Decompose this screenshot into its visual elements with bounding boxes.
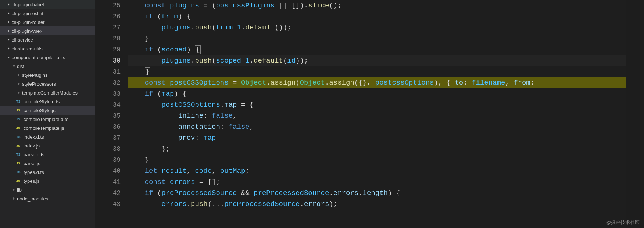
code-line[interactable]: if (preProcessedSource && preProcessedSo… (128, 188, 626, 199)
file-item[interactable]: JStypes.js (0, 177, 95, 185)
code-line[interactable]: postCSSOptions.map = { (128, 99, 626, 110)
code-line[interactable]: } (128, 66, 626, 77)
code-line[interactable]: errors.push(...preProcessedSource.errors… (128, 199, 626, 210)
tree-item-label: types.d.ts (24, 170, 44, 175)
chevron-right-icon (16, 81, 22, 87)
line-number: 31 (95, 66, 121, 77)
tree-item-label: node_modules (17, 196, 48, 202)
folder-item[interactable]: stylePlugins (0, 71, 95, 79)
tree-item-label: stylePlugins (22, 72, 47, 78)
line-number: 32 (95, 77, 121, 88)
folder-item[interactable]: node_modules (0, 194, 95, 203)
line-number: 41 (95, 177, 121, 188)
chevron-right-icon (16, 90, 22, 96)
tree-item-label: cli-plugin-babel (12, 2, 44, 7)
code-line[interactable]: if (scoped) { (128, 44, 626, 55)
folder-item[interactable]: templateCompilerModules (0, 88, 95, 97)
line-number: 28 (95, 33, 121, 44)
file-item[interactable]: TSindex.d.ts (0, 132, 95, 141)
chevron-right-icon (6, 28, 12, 34)
file-item[interactable]: TSparse.d.ts (0, 150, 95, 159)
file-item[interactable]: JSparse.js (0, 159, 95, 168)
ts-file-icon: TS (16, 152, 24, 157)
tree-item-label: cli-service (12, 37, 33, 43)
folder-item[interactable]: cli-plugin-router (0, 18, 95, 26)
chevron-right-icon (6, 37, 12, 43)
folder-item[interactable]: lib (0, 185, 95, 194)
code-content[interactable]: const plugins = (postcssPlugins || []).s… (128, 0, 626, 228)
line-number: 27 (95, 22, 121, 33)
folder-item[interactable]: cli-plugin-vuex (0, 26, 95, 35)
line-number: 29 (95, 44, 121, 55)
ts-file-icon: TS (16, 169, 24, 175)
tree-item-label: parse.js (24, 161, 40, 166)
tree-item-label: lib (17, 187, 22, 193)
code-line[interactable]: const plugins = (postcssPlugins || []).s… (128, 0, 626, 11)
js-file-icon: JS (16, 143, 24, 149)
code-line[interactable]: prev: map (128, 132, 626, 143)
tree-item-label: index.js (24, 143, 40, 149)
chevron-right-icon (6, 46, 12, 51)
tree-item-label: compileStyle.d.ts (24, 99, 60, 104)
code-line[interactable]: if (trim) { (128, 11, 626, 22)
code-editor[interactable]: 25262728293031323334353637383940414243 c… (95, 0, 644, 228)
tree-item-label: cli-plugin-eslint (12, 11, 43, 16)
file-explorer[interactable]: cli-plugin-babelcli-plugin-eslintcli-plu… (0, 0, 95, 228)
code-line[interactable]: plugins.push(trim_1.default()); (128, 22, 626, 33)
folder-item[interactable]: cli-shared-utils (0, 44, 95, 53)
file-item[interactable]: TStypes.d.ts (0, 168, 95, 177)
code-line[interactable]: inline: false, (128, 110, 626, 121)
chevron-right-icon (11, 196, 17, 202)
line-number: 36 (95, 121, 121, 132)
code-line[interactable]: plugins.push(scoped_1.default(id)); (128, 55, 626, 66)
code-line[interactable]: annotation: false, (128, 121, 626, 132)
chevron-right-icon (11, 187, 17, 193)
folder-item[interactable]: cli-plugin-eslint (0, 9, 95, 18)
chevron-right-icon (6, 19, 12, 25)
text-cursor (308, 57, 308, 65)
folder-item[interactable]: cli-plugin-babel (0, 0, 95, 9)
tree-item-label: index.d.ts (24, 134, 44, 140)
file-item[interactable]: JScompileTemplate.js (0, 124, 95, 132)
watermark: @掘金技术社区 (606, 219, 640, 226)
chevron-down-icon (11, 63, 17, 69)
folder-item[interactable]: cli-service (0, 35, 95, 44)
js-file-icon: JS (16, 107, 24, 113)
folder-item[interactable]: styleProcessors (0, 79, 95, 88)
chevron-right-icon (6, 10, 12, 16)
folder-item[interactable]: component-compiler-utils (0, 53, 95, 62)
tree-item-label: component-compiler-utils (12, 55, 65, 60)
minimap[interactable] (626, 0, 644, 228)
line-number: 26 (95, 11, 121, 22)
line-number: 43 (95, 199, 121, 210)
js-file-icon: JS (16, 178, 24, 184)
tree-item-label: compileTemplate.d.ts (24, 117, 68, 122)
file-item[interactable]: TScompileTemplate.d.ts (0, 115, 95, 124)
ts-file-icon: TS (16, 134, 24, 140)
line-number: 39 (95, 154, 121, 165)
tree-item-label: cli-plugin-router (12, 19, 45, 25)
js-file-icon: JS (16, 125, 24, 131)
code-line[interactable]: let result, code, outMap; (128, 165, 626, 177)
line-number: 25 (95, 0, 121, 11)
line-number: 35 (95, 110, 121, 121)
code-line[interactable]: }; (128, 143, 626, 154)
file-item[interactable]: JSindex.js (0, 141, 95, 150)
code-line[interactable]: const postCSSOptions = Object.assign(Obj… (128, 77, 626, 88)
code-line[interactable]: const errors = []; (128, 177, 626, 188)
line-number: 40 (95, 165, 121, 177)
chevron-right-icon (16, 72, 22, 78)
line-number: 37 (95, 132, 121, 143)
code-line[interactable]: } (128, 154, 626, 165)
code-line[interactable]: if (map) { (128, 88, 626, 99)
chevron-down-icon (6, 54, 12, 60)
file-item[interactable]: JScompileStyle.js (0, 106, 95, 115)
tree-item-label: cli-plugin-vuex (12, 28, 42, 34)
js-file-icon: JS (16, 160, 24, 166)
file-item[interactable]: TScompileStyle.d.ts (0, 97, 95, 106)
line-number: 38 (95, 143, 121, 154)
ts-file-icon: TS (16, 116, 24, 122)
folder-item[interactable]: dist (0, 62, 95, 71)
code-line[interactable]: } (128, 33, 626, 44)
line-number: 33 (95, 88, 121, 99)
